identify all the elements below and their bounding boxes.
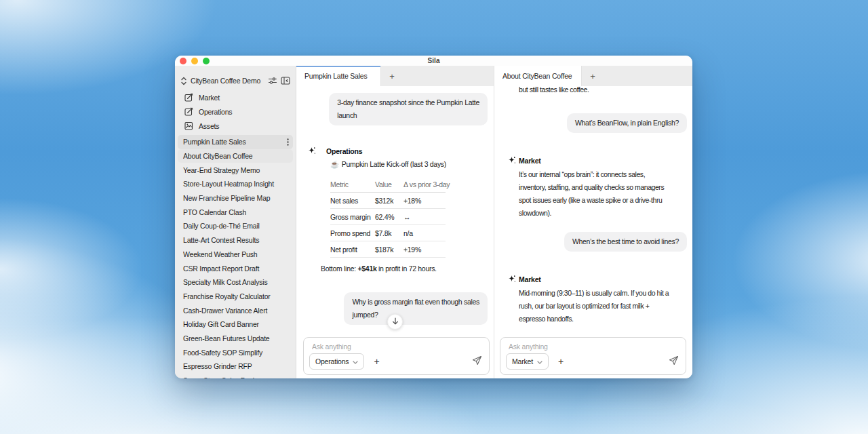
- tab-label: About CityBean Coffee: [502, 72, 572, 80]
- chat-title: Year-End Strategy Memo: [183, 166, 289, 174]
- table-cell: $187k: [375, 245, 403, 254]
- send-button[interactable]: [669, 355, 679, 368]
- assistant-context-label: Market: [519, 155, 664, 167]
- chat-list-item[interactable]: CSR Impact Report Draft: [178, 261, 293, 275]
- user-message: Why is gross margin flat even though sal…: [344, 292, 488, 325]
- table-row: Promo spend$7.8kn/a: [330, 225, 446, 241]
- chat-list-item[interactable]: Green-Bean Futures Update: [178, 332, 293, 346]
- tab-pumpkin-latte-sales[interactable]: Pumpkin Latte Sales: [296, 66, 381, 86]
- table-cell: 62.4%: [375, 213, 403, 221]
- table-cell: Promo spend: [330, 229, 375, 237]
- window-titlebar: Sila: [175, 56, 692, 66]
- chat-list-item[interactable]: Year-End Strategy Memo: [178, 163, 293, 177]
- finance-table: MetricValueΔ vs prior 3-dayNet sales$312…: [330, 177, 446, 258]
- assistant-message: Operations ☕Pumpkin Latte Kick-off (last…: [307, 145, 446, 258]
- chat-title: Cash-Drawer Variance Alert: [183, 307, 289, 315]
- right-input-zone: Market +: [494, 337, 692, 378]
- sidebar-sections: MarketOperationsAssets: [175, 90, 296, 133]
- report-headline: ☕Pumpkin Latte Kick-off (last 3 days): [330, 158, 446, 171]
- table-cell: +19%: [403, 245, 446, 254]
- tab-about-citybean-coffee[interactable]: About CityBean Coffee: [494, 66, 582, 86]
- attach-button[interactable]: +: [374, 357, 379, 366]
- collapse-sidebar-icon[interactable]: [281, 77, 290, 85]
- ask-input[interactable]: [312, 342, 481, 351]
- assistant-message-tail: but still tastes like coffee.: [519, 86, 589, 96]
- chat-list-item[interactable]: Franchise Royalty Calculator: [178, 290, 293, 304]
- table-header-cell: Δ vs prior 3-day: [403, 180, 450, 189]
- left-chat-area: 3-day finance snapshot since the Pumpkin…: [296, 86, 494, 337]
- sidebar-section-market[interactable]: Market: [175, 90, 296, 104]
- chat-list-item[interactable]: Espresso Grinder RFP: [178, 359, 293, 374]
- chat-list-item[interactable]: Food-Safety SOP Simplify: [178, 345, 293, 359]
- assistant-message: Market Mid-morning (9:30–11) is usually …: [507, 273, 669, 326]
- workspace-switcher[interactable]: CityBean Coffee Demo...: [175, 66, 296, 89]
- chat-title: Weekend Weather Push: [183, 250, 289, 258]
- chat-list-item[interactable]: New Franchise Pipeline Map: [178, 191, 293, 205]
- sparkle-icon: [307, 146, 317, 258]
- chat-list-item[interactable]: Daily Coup-de-Thé Email: [178, 219, 293, 233]
- section-label: Assets: [199, 122, 219, 130]
- composer[interactable]: Market +: [500, 337, 686, 375]
- sparkle-icon: [507, 275, 517, 326]
- assistant-context-label: Market: [519, 273, 669, 286]
- context-label: Market: [512, 357, 533, 366]
- chat-title: Food-Safety SOP Simplify: [183, 349, 289, 357]
- chevron-up-down-icon: [180, 77, 187, 85]
- send-button[interactable]: [472, 355, 482, 368]
- context-dropdown[interactable]: Market: [506, 353, 549, 370]
- chat-list-item[interactable]: About CityBean Coffee: [178, 149, 293, 163]
- chat-options-kebab-icon[interactable]: [284, 138, 289, 146]
- coffee-icon: ☕: [330, 160, 339, 168]
- bottom-line: Bottom line: +$41k in profit in 72 hours…: [321, 262, 437, 275]
- section-label: Operations: [199, 108, 232, 116]
- composer[interactable]: Operations +: [303, 337, 490, 375]
- chat-list-item[interactable]: Store-Layout Heatmap Insight: [178, 177, 293, 191]
- table-cell: +18%: [403, 197, 446, 205]
- chat-list-item[interactable]: PTO Calendar Clash: [178, 205, 293, 219]
- left-input-zone: Operations +: [296, 337, 494, 378]
- chat-title: PTO Calendar Clash: [183, 208, 289, 216]
- chat-list-item[interactable]: Same-Store Sales Deck: [178, 374, 293, 378]
- sidebar-section-operations[interactable]: Operations: [175, 104, 296, 119]
- new-tab-button[interactable]: +: [381, 66, 403, 86]
- chat-title: Espresso Grinder RFP: [183, 362, 289, 370]
- gallery-icon: [184, 121, 193, 130]
- chat-list-item[interactable]: Pumpkin Latte Sales: [178, 135, 293, 149]
- context-dropdown[interactable]: Operations: [309, 353, 364, 370]
- chat-list: Pumpkin Latte SalesAbout CityBean Coffee…: [175, 135, 296, 378]
- ask-input[interactable]: [509, 342, 677, 351]
- arrow-down-icon: [392, 317, 399, 326]
- sidebar-section-assets[interactable]: Assets: [175, 119, 296, 133]
- table-header-cell: Value: [375, 180, 403, 189]
- scroll-to-bottom-button[interactable]: [387, 314, 403, 330]
- workspace-name: CityBean Coffee Demo...: [191, 77, 261, 85]
- new-tab-button[interactable]: +: [582, 66, 604, 86]
- right-chat-area: but still tastes like coffee. What’s Bea…: [494, 86, 692, 337]
- paper-plane-icon: [669, 355, 679, 368]
- chat-title: CSR Impact Report Draft: [183, 264, 289, 273]
- app-window: Sila CityBean Coffee Demo... MarketOpera…: [175, 56, 692, 378]
- left-panel: Pumpkin Latte Sales + 3-day finance snap…: [296, 66, 494, 378]
- attach-button[interactable]: +: [558, 357, 564, 366]
- compose-icon: [184, 107, 193, 116]
- left-tabbar: Pumpkin Latte Sales +: [296, 66, 494, 86]
- chat-title: About CityBean Coffee: [183, 152, 289, 160]
- chat-list-item[interactable]: Specialty Milk Cost Analysis: [178, 275, 293, 290]
- sliders-icon[interactable]: [268, 77, 277, 85]
- chevron-down-icon: [537, 357, 542, 366]
- chat-title: Green-Bean Futures Update: [183, 334, 289, 342]
- chat-list-item[interactable]: Weekend Weather Push: [178, 248, 293, 262]
- chat-title: New Franchise Pipeline Map: [183, 194, 289, 202]
- chat-title: Holiday Gift Card Banner: [183, 320, 289, 328]
- chat-list-item[interactable]: Latte-Art Contest Results: [178, 233, 293, 248]
- table-row: Gross margin62.4%↔: [330, 209, 446, 225]
- chat-list-item[interactable]: Holiday Gift Card Banner: [178, 317, 293, 332]
- chat-title: Daily Coup-de-Thé Email: [183, 222, 289, 230]
- table-header-row: MetricValueΔ vs prior 3-day: [330, 177, 446, 193]
- context-label: Operations: [315, 357, 349, 366]
- sparkle-icon: [507, 156, 517, 220]
- compose-icon: [184, 93, 193, 102]
- right-panel: About CityBean Coffee + but still tastes…: [494, 66, 692, 378]
- chat-list-item[interactable]: Cash-Drawer Variance Alert: [178, 303, 293, 317]
- table-cell: Net profit: [330, 245, 375, 254]
